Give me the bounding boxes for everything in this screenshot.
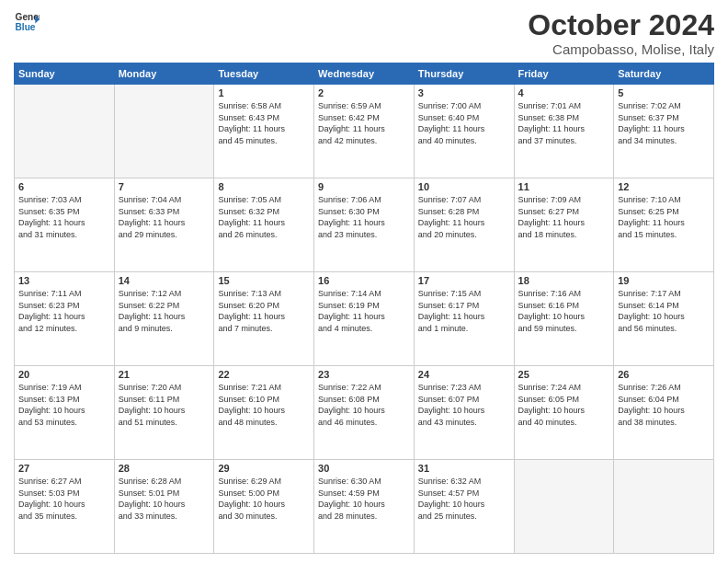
day-info: Sunrise: 6:32 AMSunset: 4:57 PMDaylight:… [418, 476, 510, 522]
day-cell: 27Sunrise: 6:27 AMSunset: 5:03 PMDayligh… [15, 460, 115, 554]
day-number: 21 [119, 369, 210, 380]
day-cell: 12Sunrise: 7:10 AMSunset: 6:25 PMDayligh… [614, 178, 714, 272]
day-cell [15, 85, 115, 178]
day-cell [514, 460, 614, 554]
svg-text:Blue: Blue [16, 22, 36, 32]
day-cell: 17Sunrise: 7:15 AMSunset: 6:17 PMDayligh… [414, 272, 514, 366]
day-number: 6 [18, 181, 110, 192]
day-cell: 15Sunrise: 7:13 AMSunset: 6:20 PMDayligh… [214, 272, 314, 366]
col-wednesday: Wednesday [314, 63, 415, 85]
day-info: Sunrise: 7:06 AMSunset: 6:30 PMDaylight:… [318, 194, 410, 240]
day-info: Sunrise: 6:28 AMSunset: 5:01 PMDaylight:… [119, 476, 210, 522]
day-cell: 22Sunrise: 7:21 AMSunset: 6:10 PMDayligh… [214, 366, 314, 460]
day-number: 20 [18, 369, 110, 380]
day-cell: 3Sunrise: 7:00 AMSunset: 6:40 PMDaylight… [414, 85, 514, 178]
day-number: 27 [18, 463, 110, 474]
day-number: 9 [318, 181, 410, 192]
col-sunday: Sunday [15, 63, 115, 85]
day-cell: 26Sunrise: 7:26 AMSunset: 6:04 PMDayligh… [614, 366, 714, 460]
day-info: Sunrise: 6:30 AMSunset: 4:59 PMDaylight:… [318, 476, 410, 522]
day-number: 17 [418, 275, 510, 286]
day-cell: 30Sunrise: 6:30 AMSunset: 4:59 PMDayligh… [314, 460, 415, 554]
day-number: 19 [618, 275, 710, 286]
day-cell: 18Sunrise: 7:16 AMSunset: 6:16 PMDayligh… [514, 272, 614, 366]
day-number: 25 [518, 369, 610, 380]
day-info: Sunrise: 7:26 AMSunset: 6:04 PMDaylight:… [618, 382, 710, 428]
day-cell: 13Sunrise: 7:11 AMSunset: 6:23 PMDayligh… [15, 272, 115, 366]
day-info: Sunrise: 7:00 AMSunset: 6:40 PMDaylight:… [418, 100, 510, 146]
day-info: Sunrise: 7:12 AMSunset: 6:22 PMDaylight:… [119, 288, 210, 334]
day-cell: 19Sunrise: 7:17 AMSunset: 6:14 PMDayligh… [614, 272, 714, 366]
day-number: 4 [518, 87, 610, 98]
day-cell: 21Sunrise: 7:20 AMSunset: 6:11 PMDayligh… [114, 366, 214, 460]
day-info: Sunrise: 7:09 AMSunset: 6:27 PMDaylight:… [518, 194, 610, 240]
day-info: Sunrise: 6:59 AMSunset: 6:42 PMDaylight:… [318, 100, 410, 146]
day-info: Sunrise: 7:17 AMSunset: 6:14 PMDaylight:… [618, 288, 710, 334]
day-info: Sunrise: 7:19 AMSunset: 6:13 PMDaylight:… [18, 382, 110, 428]
day-number: 26 [618, 369, 710, 380]
day-cell: 1Sunrise: 6:58 AMSunset: 6:43 PMDaylight… [214, 85, 314, 178]
day-cell: 28Sunrise: 6:28 AMSunset: 5:01 PMDayligh… [114, 460, 214, 554]
day-number: 10 [418, 181, 510, 192]
month-title: October 2024 [528, 9, 714, 41]
day-number: 22 [218, 369, 310, 380]
day-number: 3 [418, 87, 510, 98]
day-cell: 8Sunrise: 7:05 AMSunset: 6:32 PMDaylight… [214, 178, 314, 272]
header: General Blue October 2024 Campobasso, Mo… [14, 9, 714, 57]
day-number: 14 [119, 275, 210, 286]
day-number: 12 [618, 181, 710, 192]
day-info: Sunrise: 7:23 AMSunset: 6:07 PMDaylight:… [418, 382, 510, 428]
day-cell: 14Sunrise: 7:12 AMSunset: 6:22 PMDayligh… [114, 272, 214, 366]
day-number: 15 [218, 275, 310, 286]
day-info: Sunrise: 7:01 AMSunset: 6:38 PMDaylight:… [518, 100, 610, 146]
calendar-table: Sunday Monday Tuesday Wednesday Thursday… [14, 63, 714, 554]
col-tuesday: Tuesday [214, 63, 314, 85]
day-info: Sunrise: 7:24 AMSunset: 6:05 PMDaylight:… [518, 382, 610, 428]
day-number: 7 [119, 181, 210, 192]
col-friday: Friday [514, 63, 614, 85]
weekday-header-row: Sunday Monday Tuesday Wednesday Thursday… [15, 63, 714, 85]
day-info: Sunrise: 7:22 AMSunset: 6:08 PMDaylight:… [318, 382, 410, 428]
day-cell: 9Sunrise: 7:06 AMSunset: 6:30 PMDaylight… [314, 178, 415, 272]
day-cell: 31Sunrise: 6:32 AMSunset: 4:57 PMDayligh… [414, 460, 514, 554]
day-info: Sunrise: 6:27 AMSunset: 5:03 PMDaylight:… [18, 476, 110, 522]
week-row-2: 13Sunrise: 7:11 AMSunset: 6:23 PMDayligh… [15, 272, 714, 366]
day-number: 5 [618, 87, 710, 98]
day-cell: 5Sunrise: 7:02 AMSunset: 6:37 PMDaylight… [614, 85, 714, 178]
logo: General Blue [14, 9, 40, 35]
logo-icon: General Blue [14, 9, 40, 35]
day-cell: 16Sunrise: 7:14 AMSunset: 6:19 PMDayligh… [314, 272, 415, 366]
day-cell: 23Sunrise: 7:22 AMSunset: 6:08 PMDayligh… [314, 366, 415, 460]
day-number: 8 [218, 181, 310, 192]
day-number: 23 [318, 369, 410, 380]
day-cell: 4Sunrise: 7:01 AMSunset: 6:38 PMDaylight… [514, 85, 614, 178]
day-cell: 6Sunrise: 7:03 AMSunset: 6:35 PMDaylight… [15, 178, 115, 272]
calendar-page: General Blue October 2024 Campobasso, Mo… [0, 0, 728, 563]
day-cell: 25Sunrise: 7:24 AMSunset: 6:05 PMDayligh… [514, 366, 614, 460]
week-row-0: 1Sunrise: 6:58 AMSunset: 6:43 PMDaylight… [15, 85, 714, 178]
day-info: Sunrise: 7:07 AMSunset: 6:28 PMDaylight:… [418, 194, 510, 240]
week-row-3: 20Sunrise: 7:19 AMSunset: 6:13 PMDayligh… [15, 366, 714, 460]
day-info: Sunrise: 7:04 AMSunset: 6:33 PMDaylight:… [119, 194, 210, 240]
week-row-1: 6Sunrise: 7:03 AMSunset: 6:35 PMDaylight… [15, 178, 714, 272]
day-number: 1 [218, 87, 310, 98]
col-thursday: Thursday [414, 63, 514, 85]
day-number: 18 [518, 275, 610, 286]
day-info: Sunrise: 7:05 AMSunset: 6:32 PMDaylight:… [218, 194, 310, 240]
day-info: Sunrise: 7:03 AMSunset: 6:35 PMDaylight:… [18, 194, 110, 240]
day-cell [114, 85, 214, 178]
day-cell: 29Sunrise: 6:29 AMSunset: 5:00 PMDayligh… [214, 460, 314, 554]
day-info: Sunrise: 7:14 AMSunset: 6:19 PMDaylight:… [318, 288, 410, 334]
day-number: 29 [218, 463, 310, 474]
col-saturday: Saturday [614, 63, 714, 85]
day-number: 2 [318, 87, 410, 98]
day-number: 13 [18, 275, 110, 286]
week-row-4: 27Sunrise: 6:27 AMSunset: 5:03 PMDayligh… [15, 460, 714, 554]
day-number: 31 [418, 463, 510, 474]
day-cell: 20Sunrise: 7:19 AMSunset: 6:13 PMDayligh… [15, 366, 115, 460]
location: Campobasso, Molise, Italy [528, 41, 714, 57]
day-info: Sunrise: 7:13 AMSunset: 6:20 PMDaylight:… [218, 288, 310, 334]
day-cell [614, 460, 714, 554]
day-cell: 10Sunrise: 7:07 AMSunset: 6:28 PMDayligh… [414, 178, 514, 272]
day-info: Sunrise: 7:10 AMSunset: 6:25 PMDaylight:… [618, 194, 710, 240]
